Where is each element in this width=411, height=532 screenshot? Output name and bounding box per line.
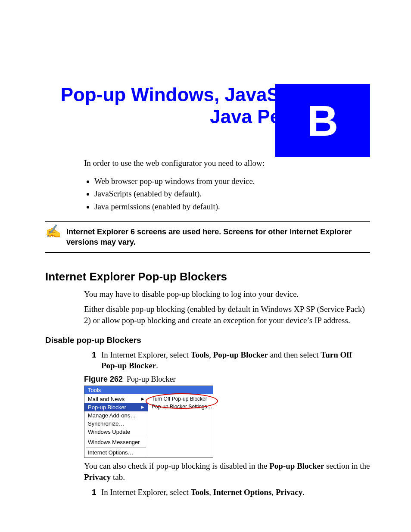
bullet-item: Web browser pop-up windows from your dev…: [94, 175, 370, 187]
appendix-letter: B: [307, 96, 338, 146]
menu-item: Windows Update: [84, 428, 148, 436]
menu-item: Mail and News▶: [84, 395, 148, 403]
note-block: ✍ Internet Explorer 6 screens are used h…: [45, 221, 370, 253]
body-paragraph: Either disable pop-up blocking (enabled …: [84, 304, 370, 326]
menu-item: Internet Options…: [84, 448, 148, 457]
menu-item: Synchronize…: [84, 420, 148, 428]
menu-item: Manage Add-ons…: [84, 411, 148, 420]
figure-caption: Figure 262 Pop-up Blocker: [84, 375, 370, 384]
bullet-item: Java permissions (enabled by default).: [94, 200, 370, 213]
note-text: Internet Explorer 6 screens are used her…: [66, 227, 370, 248]
body-paragraph: You can also check if pop-up blocking is…: [84, 460, 370, 482]
menu-separator: [86, 447, 146, 448]
note-icon: ✍: [45, 225, 61, 238]
subheading: Disable pop-up Blockers: [45, 336, 370, 345]
step-item: 1 In Internet Explorer, select Tools, Po…: [92, 349, 370, 371]
step-text: In Internet Explorer, select Tools, Inte…: [101, 487, 370, 498]
step-item: 1 In Internet Explorer, select Tools, In…: [92, 487, 370, 498]
appendix-badge: B: [275, 84, 370, 157]
figure-title: Pop-up Blocker: [127, 375, 175, 383]
menu-body: Mail and News▶ Pop-up Blocker▶ Manage Ad…: [84, 394, 213, 457]
screenshot-menu: Tools Mail and News▶ Pop-up Blocker▶ Man…: [84, 386, 213, 458]
page: B Pop-up Windows, JavaScripts and Java P…: [0, 84, 411, 532]
menu-item-selected: Pop-up Blocker▶: [84, 403, 148, 411]
step-text: In Internet Explorer, select Tools, Pop-…: [101, 349, 370, 371]
intro-block: In order to use the web configurator you…: [84, 158, 370, 213]
step-number: 1: [92, 487, 101, 498]
menu-item: Windows Messenger: [84, 438, 148, 446]
chevron-right-icon: ▶: [141, 405, 144, 409]
chevron-right-icon: ▶: [141, 397, 144, 401]
menu-header: Tools: [84, 386, 213, 394]
menu-separator: [86, 437, 146, 437]
body-paragraph: You may have to disable pop-up blocking …: [84, 289, 370, 300]
intro-line: In order to use the web configurator you…: [84, 158, 370, 169]
section-heading: Internet Explorer Pop-up Blockers: [45, 270, 370, 283]
submenu-item: Turn Off Pop-up Blocker: [148, 395, 213, 403]
figure-label: Figure 262: [84, 375, 123, 383]
submenu-item: Pop-up Blocker Settings…: [148, 403, 213, 411]
menu-column: Mail and News▶ Pop-up Blocker▶ Manage Ad…: [84, 394, 148, 457]
bullet-item: JavaScripts (enabled by default).: [94, 187, 370, 200]
submenu: Turn Off Pop-up Blocker Pop-up Blocker S…: [148, 394, 213, 457]
step-number: 1: [92, 349, 101, 371]
intro-bullets: Web browser pop-up windows from your dev…: [84, 175, 370, 213]
